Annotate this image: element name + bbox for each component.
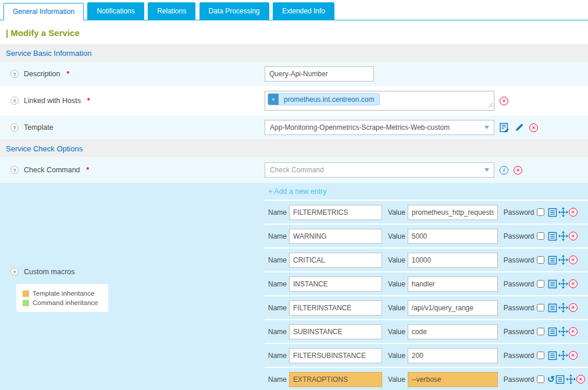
help-icon[interactable]: ? xyxy=(10,97,19,105)
macro-value-label: Value xyxy=(388,280,405,288)
linked-hosts-input[interactable]: × prometheus.int.centreon.com xyxy=(265,91,494,111)
inheritance-legend: Template inheritance Command inheritance xyxy=(16,284,108,312)
section-service-check-options: Service Check Options xyxy=(0,140,588,157)
macro-row: Name Value Password ✕ xyxy=(265,201,588,225)
password-checkbox[interactable] xyxy=(537,232,544,240)
tab-general-information[interactable]: General Information xyxy=(3,3,84,20)
delete-macro-icon[interactable]: ✕ xyxy=(569,327,578,336)
macro-password-label: Password xyxy=(504,280,534,288)
tab-notifications[interactable]: Notifications xyxy=(87,2,144,20)
move-icon[interactable] xyxy=(558,231,568,241)
password-checkbox[interactable] xyxy=(537,280,544,288)
macro-value-input[interactable] xyxy=(408,300,498,315)
macro-password-label: Password xyxy=(504,304,534,312)
move-icon[interactable] xyxy=(558,255,568,265)
chip-remove-icon[interactable]: × xyxy=(268,93,279,105)
macro-name-label: Name xyxy=(268,256,287,264)
view-template-icon[interactable] xyxy=(500,123,509,133)
macro-value-label: Value xyxy=(388,256,405,264)
macro-password-label: Password xyxy=(504,232,534,240)
password-checkbox[interactable] xyxy=(537,256,544,264)
macro-value-label: Value xyxy=(388,375,405,384)
help-icon[interactable]: ? xyxy=(10,268,19,276)
move-icon[interactable] xyxy=(558,279,568,289)
macro-value-input[interactable] xyxy=(408,229,498,244)
macro-description-icon[interactable] xyxy=(548,303,557,313)
tab-relations[interactable]: Relations xyxy=(148,2,195,20)
macro-name-input[interactable] xyxy=(289,324,382,339)
help-icon[interactable]: ? xyxy=(10,166,19,174)
clear-template-icon[interactable]: ✕ xyxy=(529,123,538,132)
macro-name-input[interactable] xyxy=(289,348,382,363)
delete-macro-icon[interactable]: ✕ xyxy=(569,279,578,288)
delete-macro-icon[interactable]: ✕ xyxy=(569,232,578,240)
macro-value-input[interactable] xyxy=(408,372,498,387)
tab-bar: General Information Notifications Relati… xyxy=(0,0,588,20)
move-icon[interactable] xyxy=(558,350,568,360)
macro-value-label: Value xyxy=(388,328,405,336)
tab-data-processing[interactable]: Data Processing xyxy=(199,2,269,20)
macro-value-input[interactable] xyxy=(408,324,498,339)
info-icon[interactable]: i xyxy=(500,166,508,175)
macro-password-label: Password xyxy=(504,375,534,384)
password-checkbox[interactable] xyxy=(537,304,544,311)
password-checkbox[interactable] xyxy=(537,375,544,383)
macro-row: Name Value Password ✕ xyxy=(265,344,588,368)
delete-macro-icon[interactable]: ✕ xyxy=(576,375,585,384)
help-icon[interactable]: ? xyxy=(10,70,19,78)
macro-password-label: Password xyxy=(504,352,534,360)
macro-description-icon[interactable] xyxy=(548,232,557,241)
macro-password-label: Password xyxy=(504,328,534,336)
add-macro-link[interactable]: + Add a new entry xyxy=(268,187,326,196)
command-inheritance-label: Command inheritance xyxy=(33,298,98,307)
template-select-value: App-Monitoring-Openmetrics-Scrape-Metric… xyxy=(270,123,450,132)
help-icon[interactable]: ? xyxy=(10,123,19,132)
macro-description-icon[interactable] xyxy=(548,256,557,265)
macro-name-input[interactable] xyxy=(289,276,382,292)
macro-value-input[interactable] xyxy=(408,348,498,363)
check-command-select[interactable]: Check Command xyxy=(265,162,494,178)
move-icon[interactable] xyxy=(566,374,576,384)
undo-icon[interactable]: ↺ xyxy=(547,375,555,384)
clear-hosts-icon[interactable]: ✕ xyxy=(500,97,508,105)
macro-row: Name Value Password ✕ xyxy=(265,225,588,249)
password-checkbox[interactable] xyxy=(537,328,544,335)
macro-description-icon[interactable] xyxy=(548,279,557,289)
chevron-down-icon xyxy=(484,126,489,129)
macro-description-icon[interactable] xyxy=(555,375,565,384)
macro-name-input[interactable] xyxy=(289,253,382,268)
delete-macro-icon[interactable]: ✕ xyxy=(569,256,578,264)
password-checkbox[interactable] xyxy=(537,208,544,216)
macro-name-input[interactable] xyxy=(289,229,382,244)
check-command-row: ? Check Command* Check Command i ✕ xyxy=(0,157,588,183)
section-service-basic-information: Service Basic Information xyxy=(0,44,588,62)
move-icon[interactable] xyxy=(558,207,568,217)
macro-name-input[interactable] xyxy=(289,300,382,315)
delete-macro-icon[interactable]: ✕ xyxy=(569,208,578,217)
macro-row: Name Value Password ✕ xyxy=(265,272,588,296)
macro-name-input[interactable] xyxy=(289,205,382,220)
move-icon[interactable] xyxy=(558,303,568,313)
macro-value-label: Value xyxy=(388,232,405,240)
macro-value-input[interactable] xyxy=(408,276,498,292)
delete-macro-icon[interactable]: ✕ xyxy=(569,303,578,312)
check-command-placeholder: Check Command xyxy=(270,166,324,174)
resize-handle-icon[interactable] xyxy=(488,101,493,109)
macro-value-input[interactable] xyxy=(408,205,498,220)
description-input[interactable] xyxy=(265,66,374,81)
move-icon[interactable] xyxy=(558,327,568,336)
linked-hosts-label: Linked with Hosts xyxy=(24,97,81,105)
description-label: Description xyxy=(24,70,60,78)
macro-value-input[interactable] xyxy=(408,253,498,268)
password-checkbox[interactable] xyxy=(537,352,544,359)
delete-macro-icon[interactable]: ✕ xyxy=(569,351,578,360)
macro-description-icon[interactable] xyxy=(548,327,557,336)
edit-template-icon[interactable] xyxy=(515,123,524,132)
macro-password-label: Password xyxy=(504,256,534,264)
clear-check-command-icon[interactable]: ✕ xyxy=(514,166,522,175)
macro-description-icon[interactable] xyxy=(548,351,557,360)
macro-name-input[interactable] xyxy=(289,372,382,387)
macro-description-icon[interactable] xyxy=(548,208,557,217)
template-select[interactable]: App-Monitoring-Openmetrics-Scrape-Metric… xyxy=(265,120,494,135)
tab-extended-info[interactable]: Extended Info xyxy=(273,2,334,20)
